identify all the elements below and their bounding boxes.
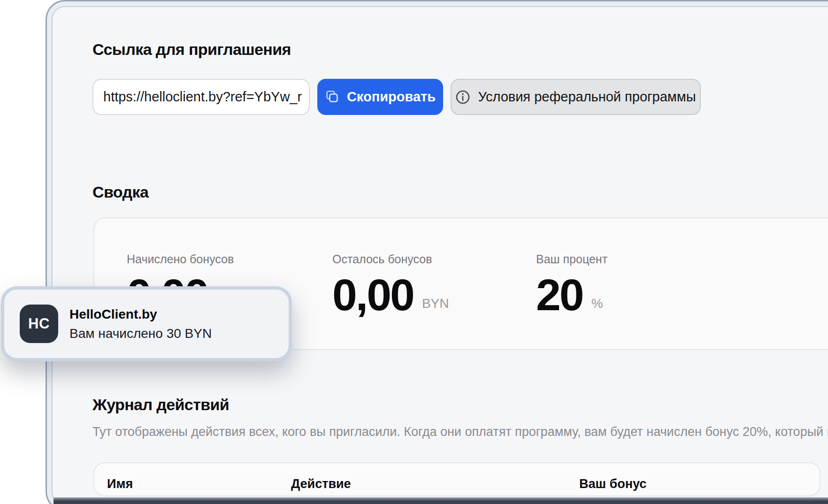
toast-message: Вам начислено 30 BYN	[69, 326, 212, 342]
referral-link-input[interactable]	[92, 79, 310, 115]
invite-section-title: Ссылка для приглашения	[92, 41, 291, 58]
action-log-title: Журнал действий	[92, 397, 229, 413]
toast-text-block: HelloClient.by Вам начислено 30 BYN	[69, 306, 212, 342]
notification-toast[interactable]: HC HelloClient.by Вам начислено 30 BYN	[1, 286, 292, 361]
action-log-description: Тут отображены действия всех, кого вы пр…	[92, 425, 828, 439]
column-header-name: Имя	[107, 477, 133, 491]
stat-unit: BYN	[422, 296, 449, 311]
stat-value: 0,00	[332, 272, 414, 318]
window-bottom-edge	[54, 497, 828, 504]
stat-remaining-bonuses: Осталось бонусов 0,00 BYN	[332, 252, 449, 318]
copy-link-label: Скопировать	[347, 89, 436, 105]
action-log-table	[93, 462, 820, 496]
copy-link-button[interactable]: Скопировать	[317, 79, 443, 115]
stat-label: Начислено бонусов	[127, 252, 234, 266]
summary-section-title: Сводка	[92, 184, 148, 201]
copy-icon	[325, 90, 339, 104]
stat-value: 20	[536, 272, 583, 318]
toast-avatar: HC	[20, 305, 58, 343]
referral-terms-button[interactable]: Условия реферальной программы	[451, 79, 701, 115]
info-icon	[455, 90, 470, 105]
stat-label: Осталось бонусов	[332, 252, 449, 266]
column-header-action: Действие	[291, 477, 351, 491]
referral-terms-label: Условия реферальной программы	[478, 89, 696, 105]
column-header-bonus: Ваш бонус	[579, 477, 646, 491]
stat-label: Ваш процент	[536, 252, 607, 266]
toast-title: HelloClient.by	[69, 306, 212, 322]
stat-unit: %	[591, 296, 603, 311]
stat-your-percent: Ваш процент 20 %	[536, 252, 607, 318]
